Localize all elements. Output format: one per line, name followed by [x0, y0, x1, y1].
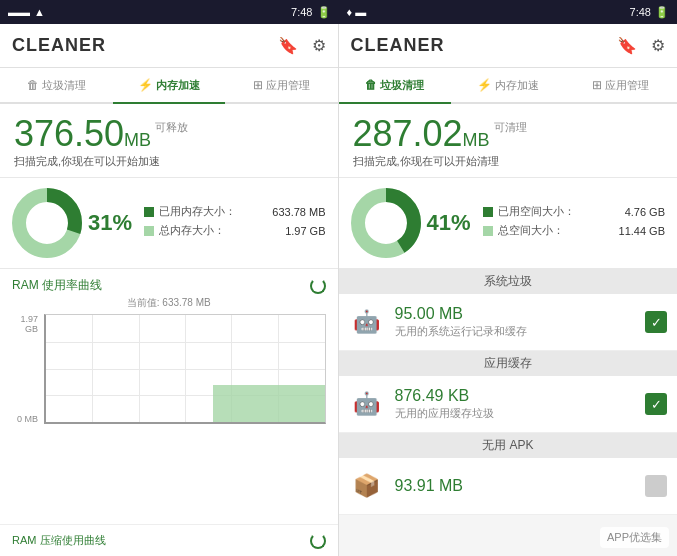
- right-total-label: 总空间大小：: [498, 223, 614, 238]
- settings-icon[interactable]: ⚙: [312, 36, 326, 55]
- system-desc: 无用的系统运行记录和缓存: [395, 324, 636, 339]
- left-hero-subtitle: 扫描完成,你现在可以开始加速: [14, 154, 324, 169]
- left-hero: 376.50MB 可释放 扫描完成,你现在可以开始加速: [0, 104, 338, 178]
- right-status-icons: ♦ ▬: [347, 6, 367, 18]
- right-time-display: 7:48: [630, 6, 651, 18]
- y-bottom: 0 MB: [12, 414, 38, 424]
- bottom-chart-label: RAM 压缩使用曲线: [12, 533, 106, 548]
- battery-icon: 🔋: [317, 6, 331, 19]
- grid-v1: [92, 315, 93, 422]
- cache-content: 876.49 KB 无用的应用缓存垃圾: [395, 387, 636, 421]
- right-used-dot: [483, 207, 493, 217]
- left-legend: 已用内存大小： 633.78 MB 总内存大小： 1.97 GB: [144, 204, 325, 242]
- right-hero-value: 287.02: [353, 113, 463, 154]
- cache-icon: 🤖: [349, 386, 385, 422]
- right-total-value: 11.44 GB: [619, 225, 665, 237]
- chart-title-row: RAM 使用率曲线: [12, 277, 326, 294]
- refresh-icon[interactable]: [310, 278, 326, 294]
- ram-bar-fill: [213, 385, 324, 422]
- right-apps-tab-label: 应用管理: [605, 78, 649, 93]
- right-trash-tab-label: 垃圾清理: [380, 78, 424, 93]
- right-tab-bar: 🗑 垃圾清理 ⚡ 内存加速 ⊞ 应用管理: [339, 68, 678, 104]
- system-check[interactable]: ✓: [645, 311, 667, 333]
- memory-tab-icon: ⚡: [138, 78, 153, 92]
- signal-icon: ▬▬: [8, 6, 30, 18]
- right-bookmark-icon[interactable]: 🔖: [617, 36, 637, 55]
- bookmark-icon[interactable]: 🔖: [278, 36, 298, 55]
- apps-tab-label: 应用管理: [266, 78, 310, 93]
- right-used-label: 已用空间大小：: [498, 204, 620, 219]
- right-total-dot: [483, 226, 493, 236]
- list-item-cache[interactable]: 🤖 876.49 KB 无用的应用缓存垃圾 ✓: [339, 376, 678, 433]
- grid-v2: [139, 315, 140, 422]
- left-donut: [12, 188, 82, 258]
- left-header-icons: 🔖 ⚙: [278, 36, 326, 55]
- right-header-icons: 🔖 ⚙: [617, 36, 665, 55]
- wifi-icon: ▲: [34, 6, 45, 18]
- used-dot: [144, 207, 154, 217]
- left-app-header: CLEANER 🔖 ⚙: [0, 24, 338, 68]
- left-total-label: 总内存大小：: [159, 223, 280, 238]
- left-status-icons: ▬▬ ▲: [8, 6, 45, 18]
- left-tab-trash[interactable]: 🗑 垃圾清理: [0, 68, 113, 104]
- apk-size: 93.91 MB: [395, 477, 636, 495]
- chart-subtitle: 当前值: 633.78 MB: [12, 296, 326, 310]
- left-stats: 31% 已用内存大小： 633.78 MB 总内存大小： 1.97 GB: [0, 178, 338, 269]
- section-header-system: 系统垃圾: [339, 269, 678, 294]
- right-donut: [351, 188, 421, 258]
- right-hero-subtitle: 扫描完成,你现在可以开始清理: [353, 154, 664, 169]
- left-status-bar: ▬▬ ▲ 7:48 🔋: [0, 0, 339, 24]
- right-used-value: 4.76 GB: [625, 206, 665, 218]
- system-size: 95.00 MB: [395, 305, 636, 323]
- apps-tab-icon: ⊞: [253, 78, 263, 92]
- apk-check[interactable]: [645, 475, 667, 497]
- section-header-apk: 无用 APK: [339, 433, 678, 458]
- grid-v3: [185, 315, 186, 422]
- left-tab-bar: 🗑 垃圾清理 ⚡ 内存加速 ⊞ 应用管理: [0, 68, 338, 104]
- left-panel: CLEANER 🔖 ⚙ 🗑 垃圾清理 ⚡ 内存加速 ⊞ 应用管理: [0, 24, 339, 556]
- right-apps-tab-icon: ⊞: [592, 78, 602, 92]
- cache-check[interactable]: ✓: [645, 393, 667, 415]
- right-trash-tab-icon: 🗑: [365, 78, 377, 92]
- left-percent: 31%: [88, 210, 132, 236]
- right-stats: 41% 已用空间大小： 4.76 GB 总空间大小： 11.44 GB: [339, 178, 678, 269]
- left-tab-apps[interactable]: ⊞ 应用管理: [225, 68, 338, 104]
- left-hero-label: 可释放: [155, 116, 188, 135]
- right-panel: CLEANER 🔖 ⚙ 🗑 垃圾清理 ⚡ 内存加速 ⊞ 应用管理: [339, 24, 678, 556]
- left-used-row: 已用内存大小： 633.78 MB: [144, 204, 325, 219]
- right-hero-unit: MB: [463, 130, 490, 150]
- right-tab-trash[interactable]: 🗑 垃圾清理: [339, 68, 452, 104]
- right-settings-icon[interactable]: ⚙: [651, 36, 665, 55]
- right-tab-apps[interactable]: ⊞ 应用管理: [564, 68, 677, 104]
- system-icon: 🤖: [349, 304, 385, 340]
- right-legend: 已用空间大小： 4.76 GB 总空间大小： 11.44 GB: [483, 204, 665, 242]
- right-hero-number: 287.02MB: [353, 116, 490, 152]
- time-display: 7:48: [291, 6, 312, 18]
- right-status-bar: ♦ ▬ 7:48 🔋: [339, 0, 678, 24]
- section-header-cache: 应用缓存: [339, 351, 678, 376]
- left-app-title: CLEANER: [12, 35, 106, 56]
- ram-grid: [44, 314, 326, 424]
- right-memory-tab-icon: ⚡: [477, 78, 492, 92]
- bottom-refresh-icon[interactable]: [310, 533, 326, 549]
- right-used-row: 已用空间大小： 4.76 GB: [483, 204, 665, 219]
- right-memory-tab-label: 内存加速: [495, 78, 539, 93]
- right-tab-memory[interactable]: ⚡ 内存加速: [451, 68, 564, 104]
- chart-title: RAM 使用率曲线: [12, 277, 102, 294]
- cache-size: 876.49 KB: [395, 387, 636, 405]
- left-donut-area: 31%: [12, 188, 132, 258]
- right-battery-icon: 🔋: [655, 6, 669, 19]
- ram-chart-area: 1.97GB 0 MB: [12, 314, 326, 424]
- right-hero-label: 可清理: [494, 116, 527, 135]
- list-item-apk[interactable]: 📦 93.91 MB: [339, 458, 678, 515]
- y-top: 1.97GB: [12, 314, 38, 334]
- cache-desc: 无用的应用缓存垃圾: [395, 406, 636, 421]
- list-item-system[interactable]: 🤖 95.00 MB 无用的系统运行记录和缓存 ✓: [339, 294, 678, 351]
- bottom-chart: RAM 压缩使用曲线: [0, 524, 338, 556]
- system-content: 95.00 MB 无用的系统运行记录和缓存: [395, 305, 636, 339]
- left-donut-svg: [12, 188, 82, 258]
- right-donut-svg: [351, 188, 421, 258]
- apk-content: 93.91 MB: [395, 477, 636, 496]
- left-tab-memory[interactable]: ⚡ 内存加速: [113, 68, 226, 104]
- left-used-value: 633.78 MB: [272, 206, 325, 218]
